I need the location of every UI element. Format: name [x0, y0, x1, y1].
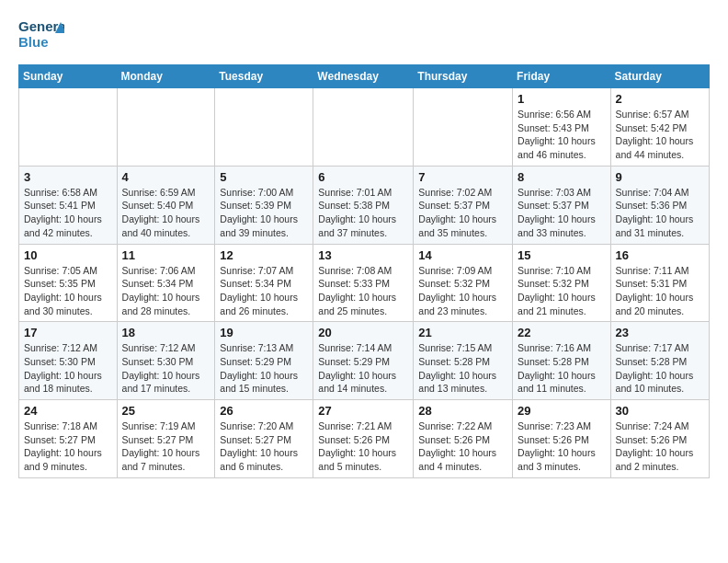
svg-text:Blue: Blue: [18, 34, 49, 50]
day-number: 9: [616, 170, 704, 184]
day-cell: 5Sunrise: 7:00 AM Sunset: 5:39 PM Daylig…: [215, 166, 313, 244]
week-row-5: 24Sunrise: 7:18 AM Sunset: 5:27 PM Dayli…: [19, 400, 710, 478]
day-cell: [19, 88, 118, 167]
day-info: Sunrise: 7:21 AM Sunset: 5:26 PM Dayligh…: [318, 419, 408, 474]
day-info: Sunrise: 7:12 AM Sunset: 5:30 PM Dayligh…: [122, 341, 210, 396]
day-info: Sunrise: 7:05 AM Sunset: 5:35 PM Dayligh…: [24, 264, 112, 318]
day-number: 14: [418, 248, 507, 262]
day-number: 8: [518, 170, 606, 184]
day-info: Sunrise: 7:01 AM Sunset: 5:38 PM Dayligh…: [318, 186, 408, 240]
day-info: Sunrise: 7:03 AM Sunset: 5:37 PM Dayligh…: [518, 186, 606, 240]
week-row-4: 17Sunrise: 7:12 AM Sunset: 5:30 PM Dayli…: [19, 322, 710, 400]
day-number: 26: [220, 404, 308, 418]
logo-svg: General Blue: [18, 15, 64, 55]
day-info: Sunrise: 6:59 AM Sunset: 5:40 PM Dayligh…: [122, 186, 210, 240]
day-number: 5: [220, 170, 308, 184]
day-info: Sunrise: 7:06 AM Sunset: 5:34 PM Dayligh…: [122, 264, 210, 318]
header-col-tuesday: Tuesday: [215, 65, 313, 88]
day-cell: 11Sunrise: 7:06 AM Sunset: 5:34 PM Dayli…: [117, 244, 215, 322]
day-number: 25: [122, 404, 210, 418]
day-info: Sunrise: 7:04 AM Sunset: 5:36 PM Dayligh…: [616, 186, 704, 240]
day-cell: 1Sunrise: 6:56 AM Sunset: 5:43 PM Daylig…: [513, 88, 611, 167]
day-info: Sunrise: 7:15 AM Sunset: 5:28 PM Dayligh…: [418, 341, 507, 396]
day-info: Sunrise: 6:58 AM Sunset: 5:41 PM Dayligh…: [24, 186, 112, 240]
header-col-saturday: Saturday: [610, 65, 709, 88]
day-cell: [313, 88, 414, 167]
page-header: General Blue: [18, 15, 710, 55]
day-cell: 4Sunrise: 6:59 AM Sunset: 5:40 PM Daylig…: [117, 166, 215, 244]
calendar-table: SundayMondayTuesdayWednesdayThursdayFrid…: [18, 64, 710, 478]
day-info: Sunrise: 7:12 AM Sunset: 5:30 PM Dayligh…: [24, 341, 112, 396]
day-cell: 13Sunrise: 7:08 AM Sunset: 5:33 PM Dayli…: [313, 244, 414, 322]
day-cell: 28Sunrise: 7:22 AM Sunset: 5:26 PM Dayli…: [414, 400, 513, 478]
day-cell: 22Sunrise: 7:16 AM Sunset: 5:28 PM Dayli…: [513, 322, 611, 400]
day-cell: 18Sunrise: 7:12 AM Sunset: 5:30 PM Dayli…: [117, 322, 215, 400]
day-number: 6: [318, 170, 408, 184]
day-cell: 10Sunrise: 7:05 AM Sunset: 5:35 PM Dayli…: [19, 244, 118, 322]
day-number: 3: [24, 170, 112, 184]
day-info: Sunrise: 7:02 AM Sunset: 5:37 PM Dayligh…: [418, 186, 507, 240]
week-row-1: 1Sunrise: 6:56 AM Sunset: 5:43 PM Daylig…: [19, 88, 710, 167]
day-info: Sunrise: 7:00 AM Sunset: 5:39 PM Dayligh…: [220, 186, 308, 240]
day-number: 7: [418, 170, 507, 184]
day-info: Sunrise: 7:14 AM Sunset: 5:29 PM Dayligh…: [318, 341, 408, 396]
day-info: Sunrise: 7:20 AM Sunset: 5:27 PM Dayligh…: [220, 419, 308, 474]
day-cell: 6Sunrise: 7:01 AM Sunset: 5:38 PM Daylig…: [313, 166, 414, 244]
day-number: 29: [518, 404, 606, 418]
day-info: Sunrise: 7:11 AM Sunset: 5:31 PM Dayligh…: [616, 264, 704, 318]
day-number: 13: [318, 248, 408, 262]
day-number: 2: [616, 92, 704, 106]
day-cell: [215, 88, 313, 167]
logo: General Blue: [18, 15, 64, 55]
day-number: 4: [122, 170, 210, 184]
day-cell: 14Sunrise: 7:09 AM Sunset: 5:32 PM Dayli…: [414, 244, 513, 322]
day-number: 19: [220, 326, 308, 339]
day-cell: 7Sunrise: 7:02 AM Sunset: 5:37 PM Daylig…: [414, 166, 513, 244]
day-number: 20: [318, 326, 408, 339]
day-number: 12: [220, 248, 308, 262]
day-info: Sunrise: 7:23 AM Sunset: 5:26 PM Dayligh…: [518, 419, 606, 474]
day-number: 28: [418, 404, 507, 418]
day-cell: 20Sunrise: 7:14 AM Sunset: 5:29 PM Dayli…: [313, 322, 414, 400]
header-col-sunday: Sunday: [19, 65, 118, 88]
day-info: Sunrise: 7:10 AM Sunset: 5:32 PM Dayligh…: [518, 264, 606, 318]
day-number: 17: [24, 326, 112, 339]
day-cell: 21Sunrise: 7:15 AM Sunset: 5:28 PM Dayli…: [414, 322, 513, 400]
day-number: 1: [518, 92, 606, 106]
day-cell: 24Sunrise: 7:18 AM Sunset: 5:27 PM Dayli…: [19, 400, 118, 478]
day-info: Sunrise: 7:08 AM Sunset: 5:33 PM Dayligh…: [318, 264, 408, 318]
day-cell: 17Sunrise: 7:12 AM Sunset: 5:30 PM Dayli…: [19, 322, 118, 400]
day-info: Sunrise: 6:57 AM Sunset: 5:42 PM Dayligh…: [616, 108, 704, 162]
day-number: 11: [122, 248, 210, 262]
day-cell: 23Sunrise: 7:17 AM Sunset: 5:28 PM Dayli…: [610, 322, 709, 400]
day-info: Sunrise: 6:56 AM Sunset: 5:43 PM Dayligh…: [518, 108, 606, 162]
day-cell: 15Sunrise: 7:10 AM Sunset: 5:32 PM Dayli…: [513, 244, 611, 322]
day-number: 15: [518, 248, 606, 262]
day-number: 27: [318, 404, 408, 418]
day-number: 10: [24, 248, 112, 262]
day-cell: 16Sunrise: 7:11 AM Sunset: 5:31 PM Dayli…: [610, 244, 709, 322]
day-number: 23: [616, 326, 704, 339]
day-cell: 2Sunrise: 6:57 AM Sunset: 5:42 PM Daylig…: [610, 88, 709, 167]
day-info: Sunrise: 7:19 AM Sunset: 5:27 PM Dayligh…: [122, 419, 210, 474]
day-cell: 27Sunrise: 7:21 AM Sunset: 5:26 PM Dayli…: [313, 400, 414, 478]
header-col-monday: Monday: [117, 65, 215, 88]
day-cell: [414, 88, 513, 167]
day-cell: [117, 88, 215, 167]
day-number: 22: [518, 326, 606, 339]
day-number: 16: [616, 248, 704, 262]
day-number: 24: [24, 404, 112, 418]
day-info: Sunrise: 7:09 AM Sunset: 5:32 PM Dayligh…: [418, 264, 507, 318]
day-number: 21: [418, 326, 507, 339]
day-cell: 12Sunrise: 7:07 AM Sunset: 5:34 PM Dayli…: [215, 244, 313, 322]
header-col-friday: Friday: [513, 65, 611, 88]
day-cell: 3Sunrise: 6:58 AM Sunset: 5:41 PM Daylig…: [19, 166, 118, 244]
day-cell: 8Sunrise: 7:03 AM Sunset: 5:37 PM Daylig…: [513, 166, 611, 244]
week-row-2: 3Sunrise: 6:58 AM Sunset: 5:41 PM Daylig…: [19, 166, 710, 244]
day-info: Sunrise: 7:18 AM Sunset: 5:27 PM Dayligh…: [24, 419, 112, 474]
header-col-thursday: Thursday: [414, 65, 513, 88]
day-info: Sunrise: 7:16 AM Sunset: 5:28 PM Dayligh…: [518, 341, 606, 396]
day-cell: 19Sunrise: 7:13 AM Sunset: 5:29 PM Dayli…: [215, 322, 313, 400]
day-number: 18: [122, 326, 210, 339]
header-col-wednesday: Wednesday: [313, 65, 414, 88]
